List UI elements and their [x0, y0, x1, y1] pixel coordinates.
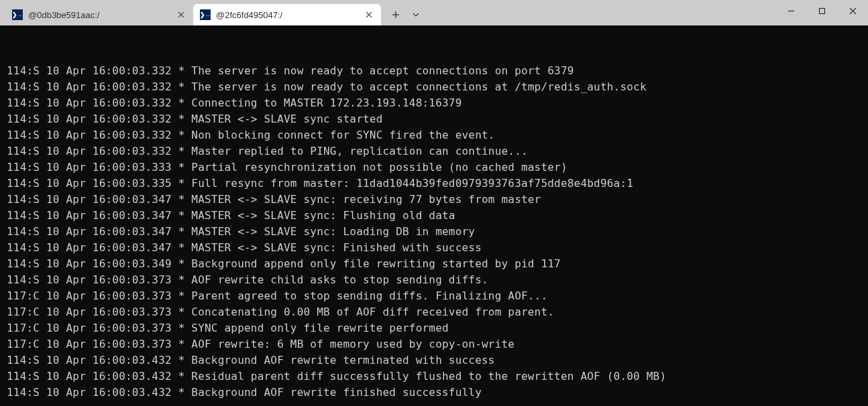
maximize-button[interactable]	[806, 0, 837, 21]
terminal-line: 114:S 10 Apr 16:00:03.332 * Non blocking…	[7, 127, 861, 143]
terminal-line: 114:S 10 Apr 16:00:03.432 * Residual par…	[7, 368, 861, 385]
tab-close-button[interactable]	[364, 9, 374, 20]
minimize-button[interactable]	[775, 0, 806, 21]
terminal-line: 114:S 10 Apr 16:00:03.347 * MASTER <-> S…	[7, 192, 861, 208]
terminal-line: 114:S 10 Apr 16:00:03.373 * AOF rewrite …	[7, 272, 861, 288]
powershell-icon	[200, 9, 211, 20]
close-icon	[178, 11, 184, 18]
terminal-line: 117:C 10 Apr 16:00:03.373 * Parent agree…	[7, 288, 861, 304]
terminal-output[interactable]: 114:S 10 Apr 16:00:03.332 * The server i…	[0, 25, 868, 406]
terminal-line: 114:S 10 Apr 16:00:03.349 * Background a…	[7, 256, 861, 272]
terminal-line: 114:S 10 Apr 16:00:03.347 * MASTER <-> S…	[7, 240, 861, 256]
terminal-line: 114:S 10 Apr 16:00:03.432 * Background A…	[7, 352, 861, 368]
powershell-icon	[12, 9, 23, 20]
new-tab-button[interactable]	[385, 4, 406, 25]
terminal-line: 114:S 10 Apr 16:00:03.332 * The server i…	[7, 79, 861, 95]
terminal-line: 114:S 10 Apr 16:00:03.347 * MASTER <-> S…	[7, 224, 861, 240]
tab-0[interactable]: @0db3be591aac:/	[5, 4, 193, 25]
terminal-line: 114:S 10 Apr 16:00:03.332 * Connecting t…	[7, 95, 861, 111]
plus-icon	[392, 11, 400, 19]
close-window-button[interactable]	[837, 0, 868, 21]
maximize-icon	[818, 7, 826, 15]
terminal-line: 114:S 10 Apr 16:00:03.332 * Master repli…	[7, 143, 861, 159]
terminal-line: 114:S 10 Apr 16:00:03.332 * The server i…	[7, 63, 861, 79]
terminal-line: 114:S 10 Apr 16:00:03.432 * Background A…	[7, 385, 861, 401]
terminal-line: 114:S 10 Apr 16:00:03.332 * MASTER <-> S…	[7, 111, 861, 127]
titlebar: @0db3be591aac:/ @2fc6fd495047:/	[0, 0, 868, 25]
window-controls	[775, 0, 868, 21]
tabs-container: @0db3be591aac:/ @2fc6fd495047:/	[5, 4, 425, 25]
tab-dropdown-button[interactable]	[406, 4, 425, 25]
tab-label: @0db3be591aac:/	[28, 10, 99, 20]
terminal-line: 117:C 10 Apr 16:00:03.373 * AOF rewrite:…	[7, 336, 861, 352]
svg-rect-7	[819, 8, 824, 13]
tab-1[interactable]: @2fc6fd495047:/	[193, 4, 381, 25]
tab-label: @2fc6fd495047:/	[216, 10, 282, 20]
chevron-down-icon	[413, 13, 419, 17]
close-icon	[366, 11, 372, 18]
close-icon	[849, 7, 857, 15]
terminal-line: 114:S 10 Apr 16:00:03.333 * Partial resy…	[7, 159, 861, 176]
terminal-line: 114:S 10 Apr 16:00:03.347 * MASTER <-> S…	[7, 208, 861, 224]
terminal-line: 114:S 10 Apr 16:00:03.335 * Full resync …	[7, 176, 861, 192]
minimize-icon	[788, 7, 795, 15]
tab-close-button[interactable]	[176, 9, 186, 20]
terminal-line: 117:C 10 Apr 16:00:03.373 * Concatenatin…	[7, 304, 861, 320]
terminal-lines: 114:S 10 Apr 16:00:03.332 * The server i…	[7, 63, 861, 401]
terminal-line: 117:C 10 Apr 16:00:03.373 * SYNC append …	[7, 320, 861, 336]
